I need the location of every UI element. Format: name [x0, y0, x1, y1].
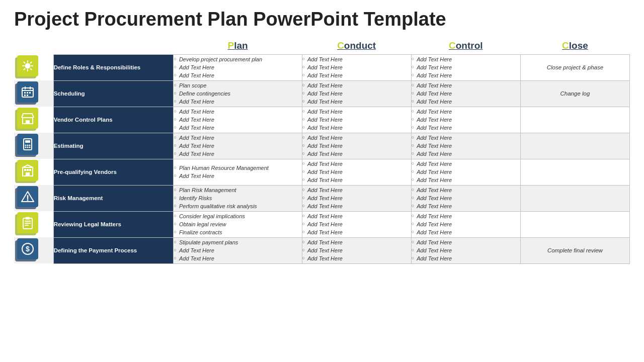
- page-title: Project Procurement Plan PowerPoint Temp…: [14, 9, 630, 30]
- list-item: Add Text Here: [412, 150, 520, 157]
- svg-point-0: [25, 63, 30, 68]
- svg-rect-11: [26, 120, 30, 124]
- list-item: Add Text Here: [412, 239, 520, 246]
- list-item: Add Text Here: [174, 142, 301, 149]
- list-item: Add Text Here: [302, 187, 411, 194]
- svg-rect-22: [24, 169, 26, 171]
- plan-cell: Plan scopeDefine contingenciesAdd Text H…: [174, 80, 302, 107]
- list-item: Add Text Here: [174, 150, 301, 157]
- icon-cell: [14, 54, 53, 80]
- plan-first-letter: P: [227, 40, 234, 51]
- close-cell: Close project & phase: [520, 54, 629, 80]
- list-item: Plan Risk Management: [174, 187, 301, 194]
- control-cell: Add Text HereAdd Text HereAdd Text Here: [411, 107, 520, 133]
- svg-rect-7: [29, 92, 31, 94]
- row-label: Reviewing Legal Matters: [53, 211, 174, 237]
- list-item: Add Text Here: [412, 90, 520, 97]
- row-label: Pre-qualifying Vendors: [53, 159, 174, 185]
- list-item: Add Text Here: [412, 229, 520, 236]
- list-item: Add Text Here: [302, 108, 411, 115]
- list-item: Add Text Here: [174, 98, 301, 105]
- list-item: Add Text Here: [412, 195, 520, 202]
- list-item: Add Text Here: [412, 247, 520, 254]
- svg-rect-13: [25, 140, 30, 143]
- list-item: Plan scope: [174, 82, 301, 89]
- table-header: Plan Conduct Control Close: [14, 37, 630, 55]
- list-item: Add Text Here: [302, 134, 411, 141]
- icon-cell: [14, 80, 53, 107]
- table-row: Risk ManagementPlan Risk ManagementIdent…: [14, 185, 630, 211]
- icon-cell: $: [14, 237, 53, 263]
- icon-cell: [14, 107, 53, 133]
- list-item: Add Text Here: [302, 176, 411, 184]
- svg-rect-28: [26, 217, 30, 219]
- list-item: Add Text Here: [302, 90, 411, 97]
- col-header-close: Close: [520, 37, 629, 55]
- row-icon: [14, 159, 40, 185]
- table-row: Pre-qualifying VendorsPlan Human Resourc…: [14, 159, 630, 185]
- control-cell: Add Text HereAdd Text HereAdd Text Here: [411, 211, 520, 237]
- control-cell: Add Text HereAdd Text HereAdd Text Here: [411, 80, 520, 107]
- list-item: Add Text Here: [302, 72, 411, 79]
- control-rest: ontrol: [456, 40, 483, 51]
- close-cell: [520, 159, 629, 185]
- close-cell: [520, 133, 629, 159]
- row-label: Scheduling: [53, 80, 174, 107]
- icon-cell: [14, 159, 53, 185]
- list-item: Add Text Here: [302, 213, 411, 220]
- control-cell: Add Text HereAdd Text HereAdd Text Here: [411, 133, 520, 159]
- list-item: Add Text Here: [302, 124, 411, 131]
- list-item: Add Text Here: [302, 255, 411, 262]
- list-item: Add Text Here: [302, 247, 411, 254]
- list-item: Add Text Here: [302, 64, 411, 71]
- list-item: Add Text Here: [412, 221, 520, 228]
- control-cell: Add Text HereAdd Text HereAdd Text Here: [411, 54, 520, 80]
- col-header-control: Control: [411, 37, 520, 55]
- row-icon: $: [14, 237, 40, 263]
- list-item: Develop project procurement plan: [174, 56, 301, 63]
- list-item: Add Text Here: [302, 203, 411, 210]
- close-cell: [520, 107, 629, 133]
- control-cell: Add Text HereAdd Text HereAdd Text Here: [411, 159, 520, 185]
- plan-cell: Plan Human Resource ManagementAdd Text H…: [174, 159, 302, 185]
- svg-point-19: [29, 147, 31, 148]
- row-icon: [14, 54, 40, 80]
- plan-cell: Add Text HereAdd Text HereAdd Text Here: [174, 107, 302, 133]
- icon-cell: [14, 185, 53, 211]
- close-cell: [520, 211, 629, 237]
- svg-rect-6: [27, 92, 28, 94]
- col-header-plan: Plan: [174, 37, 302, 55]
- svg-point-18: [27, 147, 29, 148]
- row-icon: [14, 133, 40, 159]
- list-item: Add Text Here: [174, 124, 301, 131]
- plan-cell: Stipulate payment plansAdd Text HereAdd …: [174, 237, 302, 263]
- table-row: Define Roles & ResponsibilitiesDevelop p…: [14, 54, 630, 80]
- list-item: Add Text Here: [412, 142, 520, 149]
- conduct-first-letter: C: [337, 40, 344, 51]
- list-item: Add Text Here: [412, 64, 520, 71]
- list-item: Perform qualitative risk analysis: [174, 203, 301, 210]
- row-label: Define Roles & Responsibilities: [53, 54, 174, 80]
- list-item: Identify Risks: [174, 195, 301, 202]
- list-item: Add Text Here: [302, 221, 411, 228]
- list-item: Add Text Here: [412, 187, 520, 194]
- row-label: Risk Management: [53, 185, 174, 211]
- list-item: Add Text Here: [302, 56, 411, 63]
- conduct-cell: Add Text HereAdd Text HereAdd Text Here: [302, 133, 411, 159]
- close-cell: [520, 185, 629, 211]
- close-first-letter: C: [562, 40, 569, 51]
- list-item: Add Text Here: [174, 255, 301, 262]
- procurement-table: Plan Conduct Control Close Define: [14, 37, 630, 264]
- list-item: Add Text Here: [302, 168, 411, 175]
- list-item: Add Text Here: [412, 168, 520, 175]
- list-item: Add Text Here: [302, 98, 411, 105]
- col-header-icon: [14, 37, 53, 55]
- close-cell: Change log: [520, 80, 629, 107]
- list-item: Add Text Here: [412, 56, 520, 63]
- list-item: Add Text Here: [302, 160, 411, 167]
- list-item: Add Text Here: [412, 98, 520, 105]
- plan-rest: lan: [234, 40, 248, 51]
- row-icon: [14, 80, 40, 107]
- list-item: Add Text Here: [302, 116, 411, 123]
- list-item: Add Text Here: [412, 72, 520, 79]
